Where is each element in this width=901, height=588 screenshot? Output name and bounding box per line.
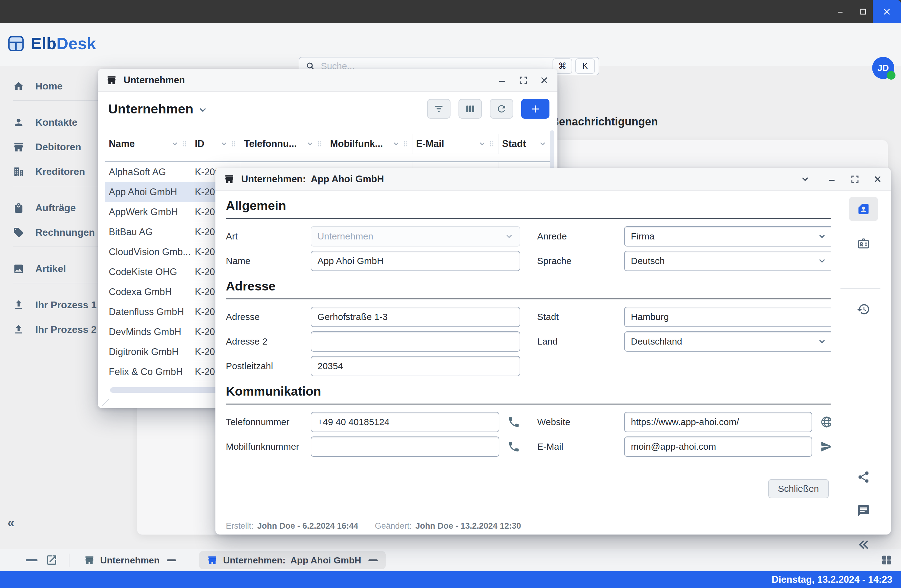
globe-icon[interactable]	[820, 416, 831, 429]
column-header-telefonnu[interactable]: Telefonnu...	[240, 134, 326, 154]
taskbar-tab-unternehmen-app-ahoi-gmbh[interactable]: Unternehmen: App Ahoi GmbH	[199, 551, 386, 569]
rail-button-id-badge[interactable]	[849, 231, 878, 256]
field-label-adresse: Adresse	[226, 312, 311, 322]
field-label-land: Land	[537, 336, 624, 347]
postleitzahl-input[interactable]: 20354	[311, 356, 520, 376]
cell-name: BitBau AG	[105, 222, 191, 242]
chevron-down-icon[interactable]	[801, 175, 810, 184]
sprache-select[interactable]: Deutsch	[624, 251, 831, 271]
taskbar-tab-label: Unternehmen	[100, 555, 159, 566]
minimize-icon[interactable]	[498, 76, 507, 85]
sidebar-divider	[13, 100, 99, 101]
grid-view-icon[interactable]	[881, 554, 892, 566]
columns-button[interactable]	[458, 99, 482, 119]
tab-minimize-dash[interactable]	[368, 560, 378, 561]
column-header-stadt[interactable]: Stadt	[499, 134, 549, 154]
telefonnummer-input[interactable]: +49 40 40185124	[311, 412, 499, 432]
form-row: AdresseGerhofstraße 1-3StadtHamburg	[226, 307, 831, 327]
column-header-mobilfunk[interactable]: Mobilfunk...	[326, 134, 412, 154]
adresse-input[interactable]: Gerhofstraße 1-3	[311, 307, 520, 327]
sidebar-item-kontakte[interactable]: Kontakte	[0, 110, 108, 135]
rail-button-collapse-left[interactable]	[849, 532, 878, 557]
tab-minimize-dash[interactable]	[167, 560, 176, 561]
rail-button-history[interactable]	[849, 297, 878, 321]
drag-handle-icon	[316, 140, 323, 148]
rail-button-contact-card[interactable]	[849, 197, 878, 221]
phone-icon[interactable]	[507, 416, 520, 429]
send-icon[interactable]	[820, 440, 831, 453]
open-in-new-icon[interactable]	[45, 554, 58, 566]
window-maximize-button[interactable]	[853, 0, 874, 23]
app-title: ElbDesk	[31, 34, 96, 53]
anrede-select[interactable]: Firma	[624, 226, 831, 246]
app-header: ElbDesk Suche... ⌘K JD	[0, 23, 901, 66]
field-label-stadt: Stadt	[537, 312, 624, 322]
window-minimize-button[interactable]	[830, 0, 852, 23]
field-value: Deutschland	[631, 336, 682, 347]
land-select[interactable]: Deutschland	[624, 331, 831, 352]
sidebar-item-debitoren[interactable]: Debitoren	[0, 135, 108, 159]
tag-icon	[13, 227, 24, 238]
window-resize-handle[interactable]	[100, 397, 109, 406]
column-header-name[interactable]: Name	[105, 134, 191, 154]
detail-window-titlebar[interactable]: Unternehmen: App Ahoi GmbH	[215, 168, 891, 190]
column-header-id[interactable]: ID	[191, 134, 240, 154]
sidebar-item-auftr-ge[interactable]: Aufträge	[0, 195, 108, 220]
sidebar-item-artikel[interactable]: Artikel	[0, 256, 108, 281]
list-heading[interactable]: Unternehmen	[108, 101, 207, 117]
list-window-title: Unternehmen	[123, 75, 185, 86]
app-logo[interactable]: ElbDesk	[8, 34, 96, 53]
website-input[interactable]: https://www.app-ahoi.com/	[624, 412, 812, 432]
phone-icon[interactable]	[507, 440, 520, 453]
e-mail-input[interactable]: moin@app-ahoi.com	[624, 437, 812, 457]
sidebar-item-ihr-prozess-2[interactable]: Ihr Prozess 2	[0, 317, 108, 342]
taskbar-collapse-dash[interactable]	[26, 559, 37, 561]
sidebar-item-label: Home	[35, 81, 63, 92]
mobilfunknummer-input[interactable]	[311, 437, 499, 457]
close-icon[interactable]	[539, 76, 549, 85]
online-status-dot	[887, 71, 895, 80]
filter-button[interactable]	[427, 99, 450, 119]
sidebar-item-home[interactable]: Home	[0, 74, 108, 98]
person-icon	[13, 117, 24, 128]
field-label-telefonnummer: Telefonnummer	[226, 417, 311, 427]
minimize-icon[interactable]	[828, 175, 837, 184]
close-form-button[interactable]: Schließen	[768, 479, 829, 498]
field-label-e-mail: E-Mail	[537, 441, 624, 452]
name-input[interactable]: App Ahoi GmbH	[311, 251, 520, 271]
maximize-icon[interactable]	[850, 175, 859, 184]
rail-button-share[interactable]	[849, 465, 878, 489]
sidebar-item-rechnungen[interactable]: Rechnungen	[0, 220, 108, 245]
field-value: moin@app-ahoi.com	[631, 441, 716, 452]
table-header-row: NameIDTelefonnu...Mobilfunk...E-MailStad…	[105, 126, 550, 162]
avatar-initials: JD	[877, 63, 889, 73]
refresh-button[interactable]	[490, 99, 513, 119]
window-close-button[interactable]	[873, 0, 901, 23]
column-label: ID	[195, 138, 204, 150]
created-label: Erstellt:	[226, 521, 254, 531]
maximize-icon[interactable]	[519, 76, 528, 85]
adresse-2-input[interactable]	[311, 331, 520, 352]
statusbar-datetime: Dienstag, 13.2.2024 - 14:23	[772, 574, 901, 585]
stadt-input[interactable]: Hamburg	[624, 307, 831, 327]
building-icon	[13, 166, 24, 177]
chevron-down-icon	[539, 140, 546, 148]
storefront-icon	[84, 555, 95, 566]
close-icon[interactable]	[873, 175, 882, 184]
taskbar-tab-unternehmen[interactable]: Unternehmen	[76, 551, 184, 569]
column-label: Stadt	[502, 138, 526, 150]
list-window-titlebar[interactable]: Unternehmen	[98, 69, 557, 92]
sidebar-item-ihr-prozess-1[interactable]: Ihr Prozess 1	[0, 293, 108, 317]
rail-button-chat[interactable]	[849, 499, 878, 523]
chat-icon	[857, 504, 870, 518]
form-row: ArtUnternehmenAnredeFirma	[226, 226, 831, 246]
user-avatar[interactable]: JD	[872, 57, 894, 79]
drag-handle-icon	[181, 140, 188, 148]
add-record-button[interactable]: +	[521, 99, 549, 119]
sidebar-item-kreditoren[interactable]: Kreditoren	[0, 159, 108, 184]
modified-value: John Doe - 13.2.2024 12:30	[415, 521, 521, 531]
column-header-e-mail[interactable]: E-Mail	[412, 134, 499, 154]
cell-name: Flusswerk UG	[105, 382, 191, 384]
sidebar-collapse-button[interactable]: «	[7, 516, 22, 530]
collapse-left-icon	[857, 538, 870, 551]
